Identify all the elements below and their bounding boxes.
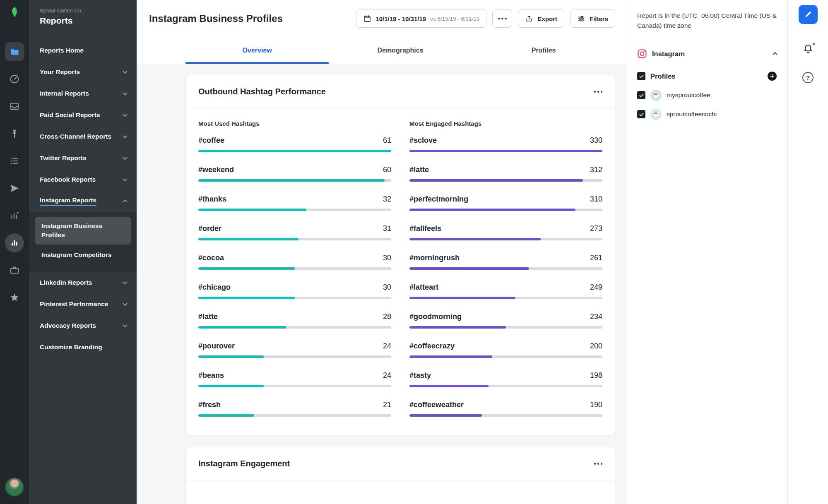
report-tab[interactable]: Demographics xyxy=(329,37,472,64)
hashtag-label: #coffeeweather xyxy=(409,401,464,409)
card-title: Instagram Engagement xyxy=(198,459,290,468)
date-range-value: 10/1/19 - 10/31/19 xyxy=(375,15,426,22)
rail-item-pinned[interactable] xyxy=(5,124,24,143)
hashtag-value: 32 xyxy=(383,195,391,204)
rail-item-inbox[interactable] xyxy=(5,97,24,116)
profile-name: mysproutcoffee xyxy=(667,91,710,99)
notifications-button[interactable] xyxy=(802,43,814,56)
question-mark-icon: ? xyxy=(806,74,810,81)
sidebar-nav-item[interactable]: Paid Social Reports xyxy=(29,104,137,126)
engagement-card-body xyxy=(186,480,615,504)
hashtag-row: #coffee 61 xyxy=(198,136,391,152)
user-avatar[interactable] xyxy=(6,478,23,496)
sidebar-nav-item[interactable]: Reports Home xyxy=(29,40,137,61)
hashtag-value: 30 xyxy=(383,254,391,262)
compose-button[interactable] xyxy=(799,5,818,24)
hashtag-bar-track xyxy=(409,385,602,387)
card-more-options-icon[interactable] xyxy=(594,463,603,465)
hashtag-value: 198 xyxy=(590,371,602,380)
hashtag-value: 61 xyxy=(383,136,391,145)
hashtag-row: #latte 312 xyxy=(409,166,602,182)
sidebar-nav-tail: LinkedIn Reports Pinterest Performance A… xyxy=(29,272,137,358)
rail-item-publishing[interactable] xyxy=(5,179,24,198)
hashtag-value: 31 xyxy=(383,224,391,233)
hashtag-value: 249 xyxy=(590,283,602,292)
hashtag-bar-fill xyxy=(198,326,286,329)
chevron-icon xyxy=(123,199,127,204)
rail-item-cases[interactable] xyxy=(5,261,24,280)
more-actions-button[interactable] xyxy=(492,10,512,28)
date-range-button[interactable]: 10/1/19 - 10/31/19 vs 6/15/19 - 6/31/19 xyxy=(356,10,486,28)
sidebar-subitem-label: Instagram Competitors xyxy=(41,251,112,258)
hashtag-value: 261 xyxy=(590,254,602,262)
card-more-options-icon[interactable] xyxy=(594,91,603,93)
rail-item-dashboard[interactable] xyxy=(5,70,24,89)
compare-range-value: vs 6/15/19 - 6/31/19 xyxy=(430,16,479,22)
instagram-engagement-card: Instagram Engagement xyxy=(185,447,615,504)
export-button[interactable]: Export xyxy=(518,10,564,28)
hashtag-bar-fill xyxy=(198,355,264,358)
report-body[interactable]: Outbound Hashtag Performance Most Used H… xyxy=(137,64,626,504)
sidebar-nav-item[interactable]: Your Reports xyxy=(29,61,137,83)
hashtag-bar-fill xyxy=(198,267,295,270)
sidebar-nav-item[interactable]: Customize Branding xyxy=(29,336,137,358)
sidebar-item-label: Facebook Reports xyxy=(40,176,96,183)
instagram-network-row[interactable]: Instagram xyxy=(637,41,777,67)
hashtag-bar-fill xyxy=(409,297,515,299)
profile-checkbox[interactable] xyxy=(637,110,645,118)
sidebar-subitem[interactable]: Instagram Business Profiles xyxy=(35,217,131,245)
hashtag-bar-fill xyxy=(198,297,295,299)
listening-icon xyxy=(9,210,20,221)
tab-label: Profiles xyxy=(532,47,556,54)
profile-checkbox[interactable] xyxy=(637,91,645,99)
hashtag-label: #weekend xyxy=(198,166,234,174)
header-actions: 10/1/19 - 10/31/19 vs 6/15/19 - 6/31/19 … xyxy=(356,10,615,28)
sidebar-nav-item[interactable]: Twitter Reports xyxy=(29,147,137,169)
tab-label: Overview xyxy=(242,47,272,54)
hashtag-bar-track xyxy=(198,385,391,387)
sidebar-nav-item[interactable]: Pinterest Performance xyxy=(29,293,137,315)
hashtag-row: #perfectmorning 310 xyxy=(409,195,602,211)
column-title: Most Used Hashtags xyxy=(198,120,391,127)
rail-item-listening[interactable] xyxy=(5,206,24,225)
add-profile-button[interactable] xyxy=(768,72,777,81)
reports-chart-icon xyxy=(9,238,20,248)
send-icon xyxy=(9,183,20,194)
hashtag-bar-fill xyxy=(409,414,482,417)
sidebar-title: Reports xyxy=(29,16,137,26)
report-tab[interactable]: Profiles xyxy=(472,37,615,64)
profile-row[interactable]: sproutcoffeecochi xyxy=(637,105,777,124)
sidebar-nav-item[interactable]: Cross-Channel Reports xyxy=(29,126,137,147)
hashtag-label: #latteart xyxy=(409,283,438,292)
rail-item-folder[interactable] xyxy=(5,42,24,61)
utility-rail: ? xyxy=(788,0,828,504)
coffee-cup-avatar xyxy=(650,90,662,101)
filters-button[interactable]: Filters xyxy=(570,10,615,28)
sprout-leaf-logo[interactable] xyxy=(8,6,21,20)
hashtag-bar-track xyxy=(409,238,602,240)
sidebar-subitem[interactable]: Instagram Competitors xyxy=(29,245,137,265)
collapse-chevron-icon[interactable] xyxy=(773,52,777,57)
sidebar-nav-item[interactable]: Internal Reports xyxy=(29,83,137,104)
hashtag-bar-track xyxy=(409,179,602,182)
help-button[interactable]: ? xyxy=(802,72,814,83)
sidebar-nav-item[interactable]: Facebook Reports xyxy=(29,169,137,190)
profile-row[interactable]: mysproutcoffee xyxy=(637,86,777,105)
report-tabs: Overview Demographics Profiles xyxy=(185,37,615,64)
rail-item-feeds[interactable] xyxy=(5,151,24,170)
rail-item-favorites[interactable] xyxy=(5,288,24,307)
check-icon xyxy=(639,74,644,79)
sidebar-nav-item[interactable]: Advocacy Reports xyxy=(29,315,137,336)
hashtag-label: #goodmorning xyxy=(409,312,462,321)
hashtag-value: 312 xyxy=(590,166,602,174)
hashtag-bar-track xyxy=(198,267,391,270)
hashtag-bar-track xyxy=(409,355,602,358)
report-tab[interactable]: Overview xyxy=(185,37,329,64)
gauge-icon xyxy=(9,74,20,84)
rail-item-reports[interactable] xyxy=(5,233,24,252)
sidebar-nav-item[interactable]: Instagram Reports xyxy=(29,190,137,212)
hashtag-row: #cocoa 30 xyxy=(198,254,391,270)
profiles-checkbox[interactable] xyxy=(637,72,645,80)
hashtag-bar-fill xyxy=(198,414,254,417)
sidebar-nav-item[interactable]: LinkedIn Reports xyxy=(29,272,137,293)
